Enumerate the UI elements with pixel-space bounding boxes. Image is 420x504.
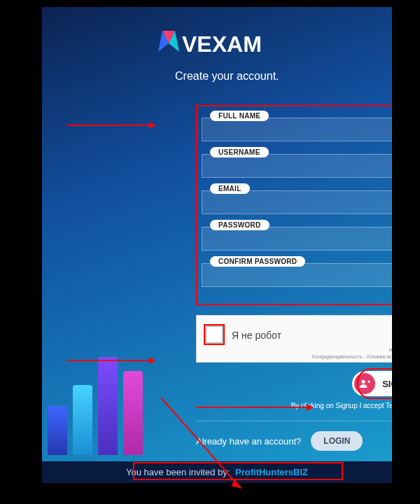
signup-button[interactable]: SIGNUP [352,371,392,396]
password-input[interactable] [202,227,392,251]
signup-form: FULL NAME USERNAME EMAIL PASSWORD CONFIR… [196,105,392,451]
full-name-label: FULL NAME [210,111,269,121]
svg-point-3 [361,380,365,384]
confirm-password-input[interactable] [202,263,392,287]
page-subtitle: Create your account. [175,70,371,83]
password-label: PASSWORD [210,220,270,230]
full-name-input[interactable] [202,118,392,141]
logo: VEXAM [63,28,371,63]
deco-bar-icon [48,406,67,455]
login-prompt: Already have an account? [196,436,301,447]
field-full-name: FULL NAME [202,118,392,141]
terms-text: By clicking on Signup I accept Terms of … [196,402,392,410]
field-confirm-password: CONFIRM PASSWORD [202,263,392,287]
recaptcha-brand-text: reCAPTCHA [389,346,392,353]
deco-bar-icon [98,357,118,455]
field-email: EMAIL [202,190,392,214]
email-label: EMAIL [210,183,250,194]
login-row: Already have an account? LOGIN [196,431,392,451]
field-username: USERNAME [202,154,392,178]
recaptcha-brand: reCAPTCHA [389,320,392,353]
recaptcha-widget: Я не робот reCAPTCHA Конфиденциальность … [196,315,392,363]
divider [196,421,392,421]
invited-name: ProfitHuntersBIZ [235,467,308,477]
confirm-password-label: CONFIRM PASSWORD [210,256,305,267]
email-input[interactable] [202,190,392,214]
recaptcha-terms: Конфиденциальность - Условия использован… [312,354,392,359]
decorative-bars [48,357,143,455]
annotation-fields-box: FULL NAME USERNAME EMAIL PASSWORD CONFIR… [196,105,392,305]
recaptcha-checkbox[interactable] [205,326,223,344]
signup-row: SIGNUP [196,371,392,396]
login-button[interactable]: LOGIN [311,431,363,451]
brand-text: VEXAM [182,31,262,57]
brand-logo-icon: VEXAM [147,28,287,60]
person-add-icon [354,373,375,394]
username-input[interactable] [202,154,392,178]
invited-prefix: You have been invited by: [126,467,230,477]
username-label: USERNAME [210,147,269,158]
invited-bar: You have been invited by: ProfitHuntersB… [42,461,392,483]
login-button-label: LOGIN [323,436,350,446]
deco-bar-icon [123,371,143,455]
deco-bar-icon [73,385,92,455]
recaptcha-label: Я не робот [232,330,281,341]
signup-button-label: SIGNUP [382,379,392,389]
field-password: PASSWORD [202,227,392,251]
